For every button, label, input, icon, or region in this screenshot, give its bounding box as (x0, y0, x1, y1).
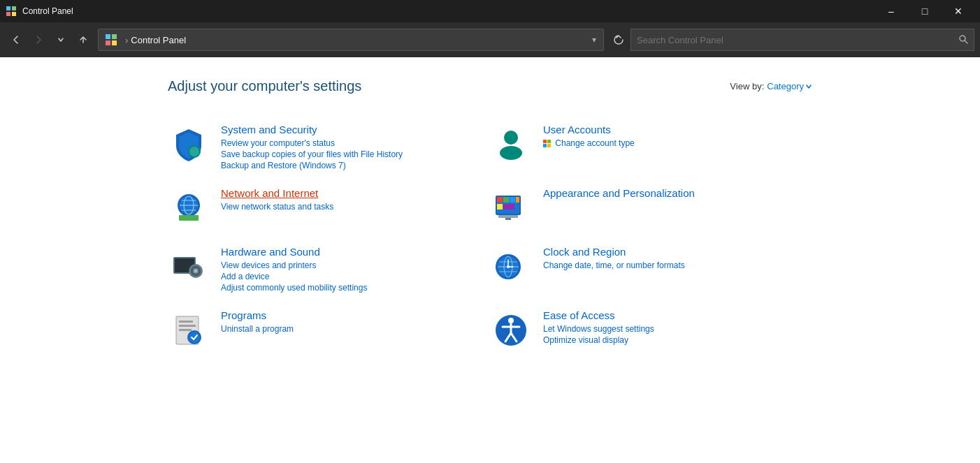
up-button[interactable] (73, 29, 94, 50)
hardware-sound-content: Hardware and Sound View devices and prin… (221, 246, 367, 293)
system-security-link-2[interactable]: Save backup copies of your files with Fi… (221, 149, 403, 159)
hardware-sound-link-1[interactable]: View devices and printers (221, 260, 367, 270)
svg-rect-52 (179, 325, 196, 327)
windows-logo-icon (543, 140, 552, 148)
search-input[interactable] (637, 35, 958, 45)
hardware-sound-icon (168, 246, 210, 288)
ease-of-access-content: Ease of Access Let Windows suggest setti… (543, 309, 654, 345)
network-internet-icon (168, 187, 210, 229)
programs-content: Programs Uninstall a program (221, 309, 294, 334)
svg-rect-1 (12, 6, 16, 10)
svg-point-39 (194, 270, 197, 272)
svg-rect-13 (543, 140, 547, 143)
network-internet-title[interactable]: Network and Internet (221, 187, 333, 199)
user-accounts-icon (490, 124, 532, 166)
svg-rect-14 (547, 140, 551, 143)
hardware-sound-link-2[interactable]: Add a device (221, 272, 367, 281)
svg-rect-5 (112, 34, 117, 39)
svg-rect-6 (106, 41, 110, 45)
svg-rect-0 (6, 6, 10, 10)
svg-rect-26 (497, 197, 503, 203)
svg-rect-53 (179, 329, 192, 331)
ease-of-access-title[interactable]: Ease of Access (543, 309, 654, 321)
clock-region-link-1[interactable]: Change date, time, or number formats (543, 260, 685, 270)
svg-rect-30 (503, 204, 514, 210)
svg-point-11 (504, 131, 518, 145)
search-button[interactable] (958, 34, 968, 46)
minimize-button[interactable]: – (875, 0, 907, 22)
system-security-content: System and Security Review your computer… (221, 124, 403, 170)
clock-region-content: Clock and Region Change date, time, or n… (543, 246, 685, 270)
restore-button[interactable]: □ (909, 0, 941, 22)
category-network-internet: Network and Internet View network status… (168, 179, 490, 237)
system-security-title[interactable]: System and Security (221, 124, 403, 135)
category-appearance: Appearance and Personalization (490, 179, 812, 237)
svg-rect-31 (497, 204, 503, 210)
page-title: Adjust your computer's settings (168, 78, 361, 94)
content-area: Adjust your computer's settings View by:… (0, 57, 980, 463)
svg-rect-3 (12, 12, 16, 16)
user-accounts-link-1[interactable]: Change account type (543, 138, 635, 148)
svg-point-55 (189, 332, 200, 343)
svg-rect-7 (112, 41, 117, 45)
programs-link-1[interactable]: Uninstall a program (221, 324, 294, 334)
back-button[interactable] (6, 29, 27, 50)
window-controls: – □ ✕ (875, 0, 974, 22)
svg-rect-4 (106, 34, 110, 39)
address-icon (104, 33, 118, 47)
user-accounts-content: User Accounts Change account type (543, 124, 635, 148)
programs-title[interactable]: Programs (221, 309, 294, 321)
view-by-chevron-icon (805, 83, 812, 90)
window-title: Control Panel (22, 6, 875, 16)
ease-of-access-icon (490, 309, 532, 351)
svg-rect-2 (6, 12, 10, 16)
close-button[interactable]: ✕ (942, 0, 974, 22)
title-bar: Control Panel – □ ✕ (0, 0, 980, 22)
svg-point-10 (189, 147, 199, 156)
system-security-icon (168, 124, 210, 166)
appearance-content: Appearance and Personalization (543, 187, 695, 202)
address-separator: › (125, 35, 128, 45)
svg-rect-28 (510, 197, 515, 203)
view-by-dropdown[interactable]: Category (767, 81, 812, 91)
clock-region-title[interactable]: Clock and Region (543, 246, 685, 258)
categories-grid: System and Security Review your computer… (168, 115, 812, 360)
forward-button[interactable] (28, 29, 49, 50)
category-ease-of-access: Ease of Access Let Windows suggest setti… (490, 301, 812, 360)
category-programs: Programs Uninstall a program (168, 301, 490, 360)
clock-region-icon (490, 246, 532, 288)
ease-of-access-link-2[interactable]: Optimize visual display (543, 335, 654, 345)
svg-rect-51 (179, 321, 193, 323)
address-dropdown-button[interactable]: ▾ (591, 34, 598, 46)
hardware-sound-link-3[interactable]: Adjust commonly used mobility settings (221, 283, 367, 293)
svg-rect-15 (543, 144, 547, 147)
system-security-link-3[interactable]: Backup and Restore (Windows 7) (221, 161, 403, 170)
svg-rect-33 (505, 218, 511, 220)
programs-icon (168, 309, 210, 351)
appearance-title[interactable]: Appearance and Personalization (543, 187, 695, 199)
category-hardware-sound: Hardware and Sound View devices and prin… (168, 237, 490, 301)
address-bar[interactable]: › Control Panel ▾ (98, 29, 604, 51)
category-clock-region: Clock and Region Change date, time, or n… (490, 237, 812, 301)
recent-locations-button[interactable] (50, 29, 71, 50)
user-accounts-title[interactable]: User Accounts (543, 124, 635, 135)
address-text: Control Panel (131, 35, 591, 45)
appearance-icon (490, 187, 532, 229)
svg-point-12 (500, 146, 522, 160)
system-security-link-1[interactable]: Review your computer's status (221, 138, 403, 148)
view-by-control: View by: Category (730, 81, 812, 91)
refresh-button[interactable] (608, 29, 629, 50)
navigation-bar: › Control Panel ▾ (0, 22, 980, 57)
view-by-label: View by: (730, 81, 764, 91)
svg-rect-16 (547, 144, 551, 147)
search-box[interactable] (630, 29, 974, 51)
svg-rect-32 (498, 215, 518, 218)
ease-of-access-link-1[interactable]: Let Windows suggest settings (543, 324, 654, 334)
svg-rect-23 (179, 215, 199, 221)
network-internet-content: Network and Internet View network status… (221, 187, 333, 212)
network-internet-link-1[interactable]: View network status and tasks (221, 202, 333, 212)
hardware-sound-title[interactable]: Hardware and Sound (221, 246, 367, 258)
svg-rect-27 (503, 197, 509, 203)
app-icon (6, 6, 17, 17)
svg-rect-29 (516, 197, 519, 203)
